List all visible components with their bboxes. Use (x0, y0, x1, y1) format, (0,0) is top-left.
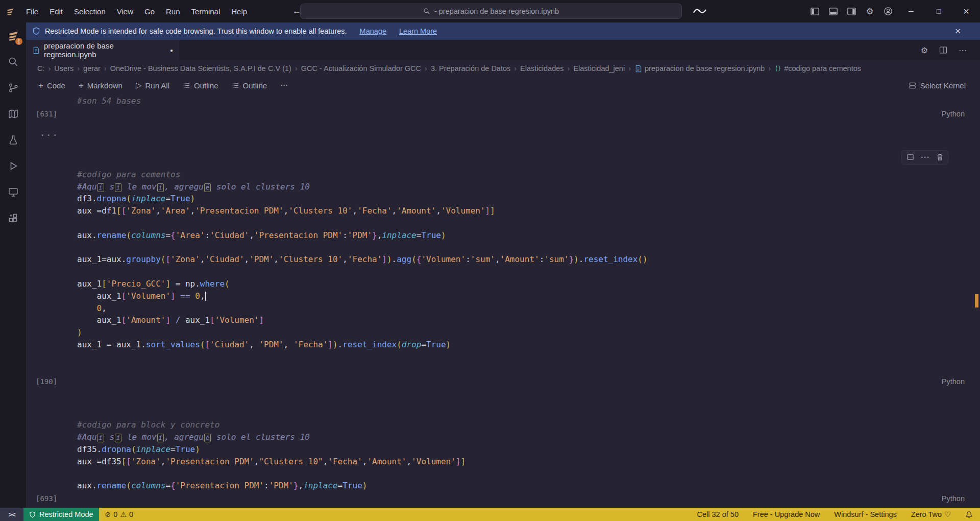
settings-gear-icon[interactable]: ⚙ (861, 0, 879, 22)
notebook-editor: #son 54 bases[631]Python...⋯#codigo para… (26, 94, 980, 508)
kernel-icon (909, 82, 916, 89)
symbol-icon (774, 65, 781, 72)
toggle-primary-sidebar-icon[interactable] (805, 0, 824, 22)
cell-language[interactable]: Python (942, 110, 965, 118)
breadcrumb-item[interactable]: OneDrive - Business Data Scientists, S.A… (110, 64, 291, 73)
titlebar-actions: ⚙ ─ □ × (805, 0, 980, 22)
code-line (77, 217, 980, 229)
menu-help[interactable]: Help (226, 7, 253, 16)
breadcrumb-item[interactable]: preparacion de base regresion.ipynb (634, 64, 765, 73)
menu-view[interactable]: View (111, 7, 139, 16)
run-debug-icon[interactable] (0, 153, 26, 179)
search-icon (423, 8, 430, 15)
editor-actions: ⚙ ⋯ (921, 45, 980, 55)
restricted-mode-banner: Restricted Mode is intended for safe cod… (26, 22, 980, 40)
breadcrumb-separator-icon: › (568, 64, 570, 73)
breadcrumb-item[interactable]: Elasticidades (520, 64, 564, 73)
manage-link[interactable]: Manage (360, 27, 386, 35)
toggle-secondary-sidebar-icon[interactable] (842, 0, 861, 22)
breadcrumb-item[interactable]: Users (54, 64, 74, 73)
toggle-panel-icon[interactable] (824, 0, 842, 22)
run-all-button[interactable]: ▷ Run All (131, 79, 175, 92)
cell-more-actions-icon[interactable]: ⋯ (919, 152, 931, 163)
code-line: aux_1['Volumen'] == 0, (77, 290, 980, 302)
breadcrumb-item[interactable]: 3. Preparación de Datos (431, 64, 510, 73)
problems-indicator[interactable]: ⊘ 0 ⚠ 0 (99, 510, 139, 518)
add-code-cell-button[interactable]: + Code (33, 79, 70, 92)
cell-statusbar: [190]Python (26, 375, 980, 388)
banner-message: Restricted Mode is intended for safe cod… (45, 27, 347, 35)
code-line (77, 351, 980, 363)
collapsed-cells-hint[interactable]: ... (40, 128, 980, 139)
menu-selection[interactable]: Selection (68, 7, 111, 16)
code-line: #Aquí sí le moví, agregué solo el cluste… (77, 431, 980, 443)
cell-editor[interactable]: #codigo para cementos#Aquí sí le moví, a… (77, 169, 980, 375)
more-actions-icon[interactable]: ⋯ (959, 45, 967, 55)
shield-icon (32, 27, 40, 35)
account-icon[interactable] (879, 0, 897, 22)
source-control-icon[interactable] (0, 75, 26, 101)
delete-cell-icon[interactable] (934, 152, 946, 163)
flask-icon[interactable] (0, 127, 26, 153)
remote-indicator[interactable]: >< (0, 508, 23, 521)
menubar: FileEditSelectionViewGoRunTerminalHelp (20, 7, 253, 16)
breadcrumb-item[interactable]: #codigo para cementos (774, 64, 861, 73)
code-line: #son 54 bases (77, 95, 980, 107)
cell-editor[interactable]: #codigo para block y concreto#Aquí sí le… (77, 419, 980, 492)
menu-file[interactable]: File (20, 7, 44, 16)
cell-editor[interactable]: #son 54 bases (77, 95, 980, 107)
breadcrumb-item[interactable]: C: (37, 64, 45, 73)
tab-notebook[interactable]: preparacion de base regresion.ipynb ● (26, 40, 179, 60)
minimize-button[interactable]: ─ (897, 0, 925, 22)
code-line (77, 266, 980, 278)
cell-language[interactable]: Python (942, 377, 965, 386)
menu-terminal[interactable]: Terminal (186, 7, 226, 16)
breadcrumb-separator-icon: › (425, 64, 427, 73)
windsurf-icon[interactable]: 1 (0, 22, 26, 49)
split-editor-icon[interactable] (939, 46, 947, 54)
cell-statusbar: [693]Python (26, 492, 980, 505)
code-line: #codigo para cementos (77, 169, 980, 181)
close-button[interactable]: × (952, 0, 980, 22)
cell-language[interactable]: Python (942, 494, 965, 503)
windsurf-settings[interactable]: Windsurf - Settings (834, 510, 897, 518)
select-kernel-button[interactable]: Select Kernel (909, 81, 966, 90)
toolbar-more-icon[interactable]: ⋯ (275, 79, 293, 92)
outline-button-2[interactable]: Outline (227, 79, 273, 92)
menu-run[interactable]: Run (160, 7, 186, 16)
remote-explorer-icon[interactable] (0, 179, 26, 205)
shield-icon (29, 511, 36, 518)
command-center-search[interactable]: - preparacion de base regresion.ipynb (300, 4, 682, 19)
code-line: aux.rename(columns={'Presentacion PDM':'… (77, 480, 980, 492)
split-cell-icon[interactable] (904, 152, 916, 163)
list-icon (183, 82, 190, 89)
plan-upgrade[interactable]: Free - Upgrade Now (753, 510, 820, 518)
maximize-button[interactable]: □ (925, 0, 952, 22)
menu-edit[interactable]: Edit (44, 7, 68, 16)
learn-more-link[interactable]: Learn More (399, 27, 437, 35)
cell-toolbar: ⋯ (26, 150, 948, 164)
plus-icon: + (79, 81, 84, 90)
code-line (77, 363, 980, 375)
cell-toolbar-panel: ⋯ (901, 150, 948, 164)
breadcrumb-item[interactable]: gerar (83, 64, 101, 73)
search-icon[interactable] (0, 49, 26, 75)
outline-button-1[interactable]: Outline (178, 79, 224, 92)
breadcrumb-item[interactable]: Elasticidad_jeni (573, 64, 625, 73)
modified-dot-icon[interactable]: ● (170, 48, 173, 53)
extensions-icon[interactable] (0, 205, 26, 231)
breadcrumb-item[interactable]: GCC - Actualización Simulador GCC (301, 64, 421, 73)
menu-go[interactable]: Go (139, 7, 160, 16)
code-line: aux_1['Precio_GCC'] = np.where( (77, 278, 980, 290)
notebook-settings-gear-icon[interactable]: ⚙ (921, 45, 928, 55)
mode-item[interactable]: Zero Two♡ (911, 510, 951, 518)
restricted-mode-badge[interactable]: Restricted Mode (23, 508, 99, 521)
plus-icon: + (38, 81, 43, 90)
code-line: ) (77, 326, 980, 339)
notifications-bell-icon[interactable] (965, 511, 973, 518)
add-markdown-cell-button[interactable]: + Markdown (74, 79, 128, 92)
cell-position[interactable]: Cell 32 of 50 (697, 510, 739, 518)
banner-close-icon[interactable]: × (955, 26, 961, 37)
map-icon[interactable] (0, 101, 26, 127)
cell-statusbar: [631]Python (26, 107, 980, 121)
